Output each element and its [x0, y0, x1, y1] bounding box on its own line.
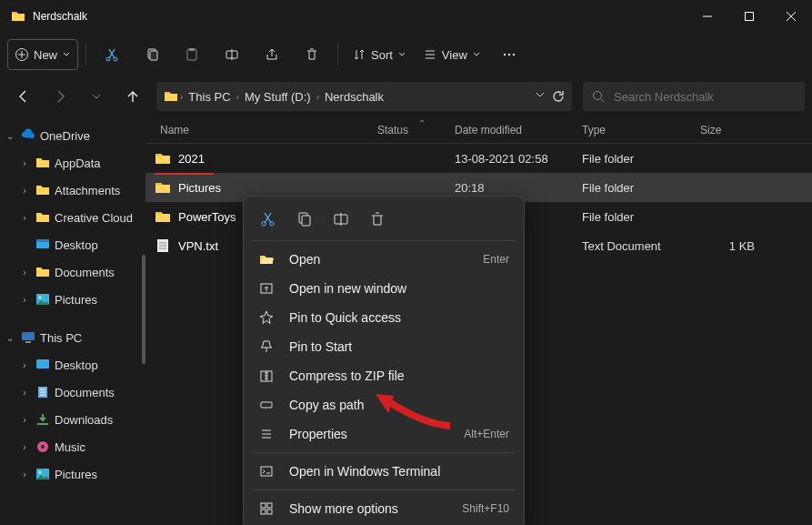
sidebar-item-pc-desktop[interactable]: ›Desktop [0, 351, 145, 379]
refresh-icon[interactable] [552, 90, 565, 103]
maximize-button[interactable] [728, 0, 770, 33]
more-icon [502, 47, 516, 62]
svg-rect-29 [302, 216, 310, 226]
copy-icon [145, 47, 159, 62]
sidebar: ⌄OneDrive ›AppData ›Attachments ›Creativ… [0, 116, 145, 525]
file-type: File folder [582, 181, 700, 195]
recent-button[interactable] [80, 80, 113, 113]
sort-icon [353, 48, 366, 61]
sidebar-item-attachments[interactable]: ›Attachments [0, 177, 145, 204]
file-icon [155, 237, 171, 254]
ctx-pin-quick[interactable]: Pin to Quick access [244, 303, 524, 332]
trash-icon [305, 47, 319, 62]
svg-point-16 [39, 297, 42, 299]
svg-rect-33 [261, 402, 272, 408]
sidebar-item-onedrive[interactable]: ⌄OneDrive [0, 122, 145, 149]
svg-point-22 [41, 445, 45, 449]
new-button[interactable]: New [7, 39, 78, 70]
svg-point-26 [262, 222, 266, 226]
svg-point-24 [39, 471, 42, 474]
file-date: 13-08-2021 02:58 [455, 152, 582, 166]
svg-rect-17 [22, 332, 35, 340]
svg-rect-14 [36, 239, 49, 242]
highlight-underline [155, 173, 214, 175]
close-button[interactable] [770, 0, 812, 33]
sidebar-item-pc-music[interactable]: ›Music [0, 433, 145, 460]
ctx-pin-start[interactable]: Pin to Start [244, 332, 524, 361]
breadcrumb-item[interactable]: This PC [185, 90, 234, 104]
address-bar[interactable]: › This PC › My Stuff (D:) › Nerdschalk [156, 82, 572, 111]
sidebar-item-appdata[interactable]: ›AppData [0, 149, 145, 177]
file-row[interactable]: 202113-08-2021 02:58File folder [145, 144, 812, 173]
cut-icon[interactable] [260, 211, 276, 227]
copy-button[interactable] [134, 39, 170, 70]
copy-icon[interactable] [296, 211, 313, 227]
file-icon [155, 208, 171, 225]
svg-point-10 [508, 54, 510, 56]
rename-icon [225, 47, 239, 62]
sidebar-item-desktop[interactable]: Desktop [0, 231, 145, 258]
sidebar-item-pc-downloads[interactable]: ›Downloads [0, 406, 145, 433]
ctx-open[interactable]: OpenEnter [244, 245, 524, 274]
svg-rect-34 [261, 467, 272, 476]
svg-point-3 [114, 57, 117, 61]
file-name: 2021 [178, 152, 205, 166]
sort-indicator: ⌃ [418, 118, 426, 128]
ctx-new-window[interactable]: Open in new window [244, 274, 524, 303]
svg-rect-36 [267, 503, 272, 508]
paste-button[interactable] [174, 39, 210, 70]
svg-rect-37 [261, 510, 266, 514]
rename-icon[interactable] [333, 211, 349, 227]
file-type: File folder [582, 210, 700, 224]
sidebar-item-pictures[interactable]: ›Pictures [0, 286, 145, 313]
minimize-button[interactable] [687, 0, 728, 33]
titlebar: Nerdschalk [0, 0, 812, 33]
delete-button[interactable] [294, 39, 330, 70]
sidebar-item-pc-pictures[interactable]: ›Pictures [0, 460, 145, 488]
breadcrumb-item[interactable]: Nerdschalk [321, 90, 387, 104]
sidebar-item-documents[interactable]: ›Documents [0, 258, 145, 286]
sort-button[interactable]: Sort [346, 39, 413, 70]
svg-rect-35 [261, 503, 266, 508]
sidebar-item-pc-documents[interactable]: ›Documents [0, 379, 145, 406]
trash-icon[interactable] [369, 211, 386, 227]
file-icon [155, 150, 171, 167]
column-header[interactable]: ⌃ Name Status Date modified Type Size [145, 116, 812, 144]
search-box[interactable] [583, 82, 805, 111]
svg-point-2 [106, 57, 110, 61]
view-icon [424, 48, 436, 61]
file-type: File folder [582, 152, 700, 166]
svg-rect-7 [189, 48, 195, 51]
ctx-more[interactable]: Show more optionsShift+F10 [244, 494, 524, 523]
svg-point-27 [270, 222, 274, 226]
ctx-terminal[interactable]: Open in Windows Terminal [244, 457, 524, 486]
search-icon [592, 90, 605, 103]
svg-rect-5 [150, 51, 157, 60]
up-button[interactable] [116, 80, 149, 113]
arrow-left-icon [16, 89, 31, 104]
sidebar-item-creative[interactable]: ›Creative Cloud [0, 204, 145, 231]
chevron-down-icon [92, 92, 101, 101]
arrow-up-icon [125, 89, 140, 104]
cut-button[interactable] [94, 39, 130, 70]
svg-point-11 [513, 54, 515, 56]
rename-button[interactable] [214, 39, 250, 70]
more-button[interactable] [491, 39, 527, 70]
breadcrumb-item[interactable]: My Stuff (D:) [241, 90, 315, 104]
share-icon [265, 47, 279, 62]
context-menu: OpenEnter Open in new window Pin to Quic… [243, 196, 525, 525]
paste-icon [185, 47, 199, 62]
chevron-down-icon[interactable] [536, 90, 545, 99]
folder-icon [164, 89, 178, 104]
file-name: Pictures [178, 181, 221, 195]
svg-rect-0 [746, 13, 754, 21]
view-button[interactable]: View [416, 39, 487, 70]
share-button[interactable] [254, 39, 290, 70]
forward-button[interactable] [44, 80, 76, 113]
back-button[interactable] [7, 80, 40, 113]
sidebar-item-thispc[interactable]: ⌄This PC [0, 324, 145, 351]
ctx-zip[interactable]: Compress to ZIP file [244, 361, 524, 390]
chevron-down-icon [63, 51, 70, 58]
search-input[interactable] [614, 90, 796, 104]
toolbar: New Sort View [0, 33, 812, 76]
